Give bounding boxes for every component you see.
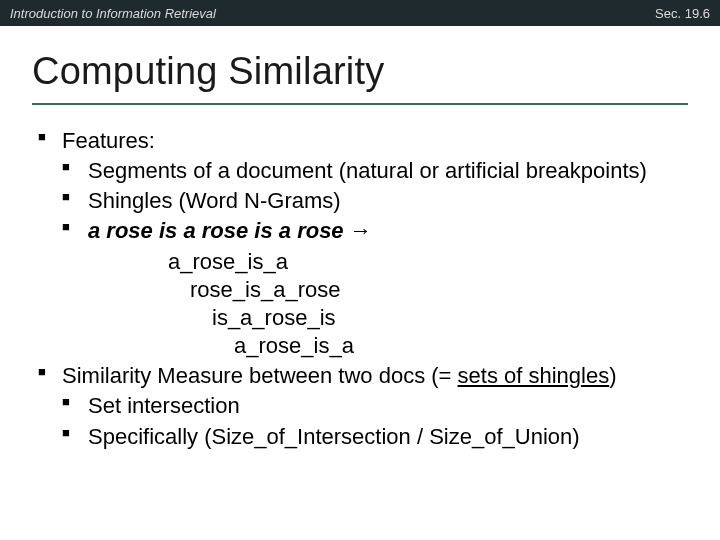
similarity-underlined: sets of shingles: [458, 363, 610, 388]
shingle-3: is_a_rose_is: [212, 304, 682, 332]
bullet-shingles: Shingles (Word N-Grams): [62, 187, 682, 215]
slide-body: Features: Segments of a document (natura…: [0, 105, 720, 451]
bullet-set-intersection: Set intersection: [62, 392, 682, 420]
top-bar: Introduction to Information Retrieval Se…: [0, 0, 720, 26]
section-label: Sec. 19.6: [655, 6, 710, 21]
bullet-segments: Segments of a document (natural or artif…: [62, 157, 682, 185]
bullet-example: a rose is a rose is a rose → a_rose_is_a…: [62, 217, 682, 360]
shingle-1: a_rose_is_a: [168, 248, 682, 276]
bullet-jaccard: Specifically (Size_of_Intersection / Siz…: [62, 423, 682, 451]
slide-title: Computing Similarity: [32, 50, 688, 93]
bullet-similarity: Similarity Measure between two docs (= s…: [38, 362, 682, 450]
shingle-2: rose_is_a_rose: [190, 276, 682, 304]
bullet-features: Features: Segments of a document (natura…: [38, 127, 682, 360]
course-title: Introduction to Information Retrieval: [10, 6, 216, 21]
features-label: Features:: [62, 128, 155, 153]
shingle-4: a_rose_is_a: [234, 332, 682, 360]
example-phrase: a rose is a rose is a rose: [88, 218, 344, 243]
similarity-pre: Similarity Measure between two docs (=: [62, 363, 458, 388]
title-area: Computing Similarity: [0, 26, 720, 99]
arrow-icon: →: [344, 218, 372, 243]
shingle-list: a_rose_is_a rose_is_a_rose is_a_rose_is …: [168, 248, 682, 361]
similarity-post: ): [609, 363, 616, 388]
